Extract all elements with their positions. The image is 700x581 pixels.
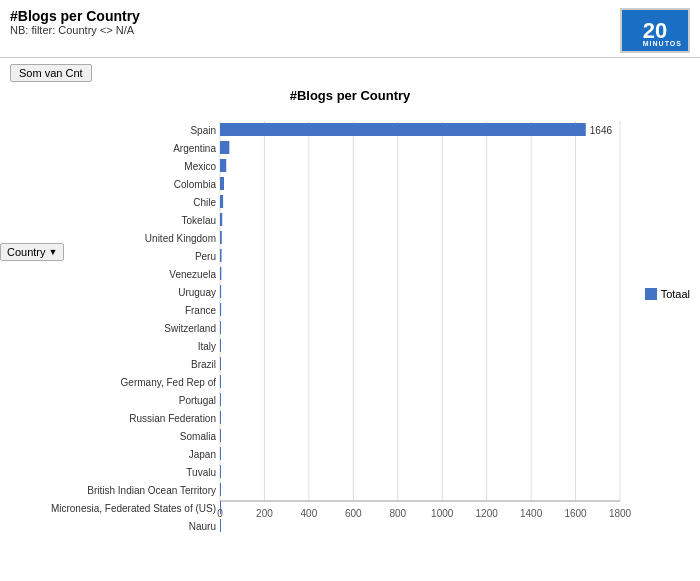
svg-text:1200: 1200 (476, 508, 499, 519)
svg-text:Peru: Peru (195, 251, 216, 262)
svg-text:Micronesia, Federated States o: Micronesia, Federated States of (US) (51, 503, 216, 514)
svg-rect-27 (220, 159, 226, 172)
filter-dropdown-icon: ▼ (49, 247, 58, 257)
svg-text:Chile: Chile (193, 197, 216, 208)
legend-color-swatch (645, 288, 657, 300)
header-subtitle: NB: filter: Country <> N/A (10, 24, 140, 36)
svg-rect-22 (220, 123, 586, 136)
page-title: #Blogs per Country (10, 8, 140, 24)
svg-text:1600: 1600 (564, 508, 587, 519)
bar-chart: 020040060080010001200140016001800Spain16… (10, 111, 690, 568)
header: #Blogs per Country NB: filter: Country <… (0, 0, 700, 58)
svg-rect-29 (220, 177, 224, 190)
chart-title: #Blogs per Country (10, 88, 690, 103)
svg-text:Portugal: Portugal (179, 395, 216, 406)
svg-text:Colombia: Colombia (174, 179, 217, 190)
svg-rect-51 (220, 375, 221, 388)
svg-text:Germany, Fed Rep of: Germany, Fed Rep of (121, 377, 217, 388)
svg-text:Tuvalu: Tuvalu (186, 467, 216, 478)
svg-rect-55 (220, 411, 221, 424)
svg-rect-37 (220, 249, 222, 262)
svg-rect-63 (220, 483, 221, 496)
svg-text:Italy: Italy (198, 341, 216, 352)
legend-label: Totaal (661, 288, 690, 300)
svg-text:Venezuela: Venezuela (169, 269, 216, 280)
svg-text:United Kingdom: United Kingdom (145, 233, 216, 244)
chart-svg: 020040060080010001200140016001800Spain16… (10, 111, 670, 565)
svg-rect-35 (220, 231, 222, 244)
svg-text:1646: 1646 (590, 125, 613, 136)
header-left: #Blogs per Country NB: filter: Country <… (10, 8, 140, 36)
svg-rect-39 (220, 267, 221, 280)
svg-text:1800: 1800 (609, 508, 632, 519)
svg-text:600: 600 (345, 508, 362, 519)
svg-rect-33 (220, 213, 222, 226)
svg-text:Tokelau: Tokelau (182, 215, 216, 226)
svg-text:Russian Federation: Russian Federation (129, 413, 216, 424)
svg-rect-41 (220, 285, 221, 298)
svg-text:400: 400 (301, 508, 318, 519)
svg-rect-61 (220, 465, 221, 478)
chart-legend: Totaal (645, 288, 690, 300)
page: #Blogs per Country NB: filter: Country <… (0, 0, 700, 581)
logo-text: MINUTOS (643, 40, 682, 47)
svg-text:Brazil: Brazil (191, 359, 216, 370)
logo-number: 20 (643, 20, 667, 42)
som-button[interactable]: Som van Cnt (10, 64, 92, 82)
svg-text:Spain: Spain (190, 125, 216, 136)
svg-text:Uruguay: Uruguay (178, 287, 216, 298)
svg-rect-57 (220, 429, 221, 442)
svg-rect-47 (220, 339, 221, 352)
svg-rect-49 (220, 357, 221, 370)
svg-text:Somalia: Somalia (180, 431, 217, 442)
toolbar: Som van Cnt (0, 58, 700, 88)
svg-rect-67 (220, 519, 221, 532)
svg-rect-65 (220, 501, 221, 514)
svg-text:200: 200 (256, 508, 273, 519)
svg-text:Argentina: Argentina (173, 143, 216, 154)
svg-text:France: France (185, 305, 217, 316)
svg-text:800: 800 (389, 508, 406, 519)
svg-text:1400: 1400 (520, 508, 543, 519)
svg-rect-25 (220, 141, 229, 154)
chart-container: #Blogs per Country Country ▼ Totaal 0200… (0, 88, 700, 568)
svg-text:Mexico: Mexico (184, 161, 216, 172)
svg-rect-45 (220, 321, 221, 334)
logo: 20 MINUTOS (620, 8, 690, 53)
svg-text:1000: 1000 (431, 508, 454, 519)
svg-rect-53 (220, 393, 221, 406)
svg-rect-31 (220, 195, 223, 208)
svg-text:Switzerland: Switzerland (164, 323, 216, 334)
country-filter-button[interactable]: Country ▼ (0, 243, 64, 261)
country-filter-label: Country (7, 246, 46, 258)
svg-text:Nauru: Nauru (189, 521, 216, 532)
svg-rect-43 (220, 303, 221, 316)
svg-text:British Indian Ocean Territory: British Indian Ocean Territory (87, 485, 216, 496)
svg-rect-59 (220, 447, 221, 460)
svg-text:Japan: Japan (189, 449, 216, 460)
